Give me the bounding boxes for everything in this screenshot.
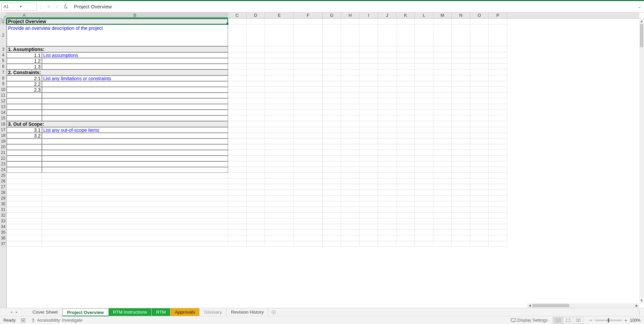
cell-N11[interactable] [452, 93, 470, 98]
cell-K34[interactable] [396, 224, 415, 230]
cell-I28[interactable] [360, 190, 378, 196]
cell-M2[interactable] [433, 24, 452, 46]
cell-P29[interactable] [489, 196, 507, 201]
cell-B10[interactable] [42, 87, 228, 93]
cell-O17[interactable] [470, 127, 489, 133]
row-header-18[interactable]: 18 [0, 133, 6, 139]
row-header-12[interactable]: 12 [0, 98, 6, 104]
zoom-level[interactable]: 100% [630, 318, 641, 323]
zoom-slider[interactable] [595, 320, 622, 321]
cell-C17[interactable] [228, 127, 247, 133]
cell-M6[interactable] [433, 64, 452, 69]
cell-G7[interactable] [323, 69, 341, 75]
cell-K25[interactable] [396, 173, 415, 178]
column-header-L[interactable]: L [415, 12, 433, 18]
cell-K7[interactable] [396, 69, 415, 75]
cell-J2[interactable] [378, 24, 396, 46]
cell-J19[interactable] [378, 139, 396, 144]
cell-M32[interactable] [433, 213, 452, 218]
cell-N15[interactable] [452, 115, 470, 121]
cell-B8[interactable]: List any limitations or constraints [42, 75, 228, 81]
cell-E17[interactable] [265, 127, 294, 133]
cell-H32[interactable] [341, 213, 360, 218]
cell-E7[interactable] [265, 69, 294, 75]
cell-H7[interactable] [341, 69, 360, 75]
cell-P19[interactable] [489, 139, 507, 144]
cell-M15[interactable] [433, 115, 452, 121]
cell-B13[interactable] [42, 104, 228, 110]
cell-C2[interactable] [228, 24, 247, 46]
cell-B23[interactable] [42, 161, 228, 167]
cell-N24[interactable] [452, 167, 470, 173]
cell-G32[interactable] [323, 213, 341, 218]
cell-E6[interactable] [265, 64, 294, 69]
cell-C8[interactable] [228, 75, 247, 81]
zoom-slider-thumb[interactable] [608, 318, 609, 322]
cell-I31[interactable] [360, 207, 378, 213]
cell-L28[interactable] [415, 190, 433, 196]
cell-N2[interactable] [452, 24, 470, 46]
cell-A29[interactable] [7, 196, 42, 201]
cell-M16[interactable] [433, 121, 452, 127]
cell-K36[interactable] [396, 235, 415, 241]
cell-L22[interactable] [415, 156, 433, 161]
cell-A21[interactable] [7, 150, 42, 156]
cell-E15[interactable] [265, 115, 294, 121]
cell-L7[interactable] [415, 69, 433, 75]
cell-F32[interactable] [294, 213, 323, 218]
cell-O8[interactable] [470, 75, 489, 81]
cell-J7[interactable] [378, 69, 396, 75]
cell-B18[interactable] [42, 133, 228, 139]
cell-F8[interactable] [294, 75, 323, 81]
cell-A10[interactable]: 2.3 [7, 87, 42, 93]
cell-K1[interactable] [396, 18, 415, 24]
cell-B35[interactable] [42, 230, 228, 235]
cell-P24[interactable] [489, 167, 507, 173]
cell-G19[interactable] [323, 139, 341, 144]
cancel-formula-button[interactable]: ✕ [44, 3, 53, 11]
cell-I34[interactable] [360, 224, 378, 230]
cell-D15[interactable] [247, 115, 265, 121]
cell-O16[interactable] [470, 121, 489, 127]
cell-A27[interactable] [7, 184, 42, 190]
cell-P13[interactable] [489, 104, 507, 110]
cell-B20[interactable] [42, 144, 228, 150]
cell-K15[interactable] [396, 115, 415, 121]
cell-F6[interactable] [294, 64, 323, 69]
cell-E3[interactable] [265, 46, 294, 52]
cell-N32[interactable] [452, 213, 470, 218]
cell-K30[interactable] [396, 201, 415, 207]
cell-K24[interactable] [396, 167, 415, 173]
cell-F9[interactable] [294, 81, 323, 87]
column-header-N[interactable]: N [452, 12, 470, 18]
cell-F7[interactable] [294, 69, 323, 75]
cell-K20[interactable] [396, 144, 415, 150]
cell-K14[interactable] [396, 110, 415, 115]
cell-M1[interactable] [433, 18, 452, 24]
cell-M33[interactable] [433, 218, 452, 224]
column-header-I[interactable]: I [360, 12, 378, 18]
cell-L34[interactable] [415, 224, 433, 230]
row-header-26[interactable]: 26 [0, 178, 6, 184]
scroll-up-button[interactable]: ▲ [639, 18, 644, 24]
cell-O33[interactable] [470, 218, 489, 224]
cell-P34[interactable] [489, 224, 507, 230]
cell-L1[interactable] [415, 18, 433, 24]
cell-L9[interactable] [415, 81, 433, 87]
cell-O35[interactable] [470, 230, 489, 235]
cell-A31[interactable] [7, 207, 42, 213]
cell-D8[interactable] [247, 75, 265, 81]
cell-G15[interactable] [323, 115, 341, 121]
scroll-down-button[interactable]: ▼ [639, 298, 644, 303]
cell-K11[interactable] [396, 93, 415, 98]
cell-B34[interactable] [42, 224, 228, 230]
cell-C9[interactable] [228, 81, 247, 87]
cell-J21[interactable] [378, 150, 396, 156]
cell-O7[interactable] [470, 69, 489, 75]
cell-B33[interactable] [42, 218, 228, 224]
cell-I32[interactable] [360, 213, 378, 218]
cell-J26[interactable] [378, 178, 396, 184]
cell-F21[interactable] [294, 150, 323, 156]
sheet-tab-revision-history[interactable]: Revision History [227, 308, 269, 316]
cell-P28[interactable] [489, 190, 507, 196]
